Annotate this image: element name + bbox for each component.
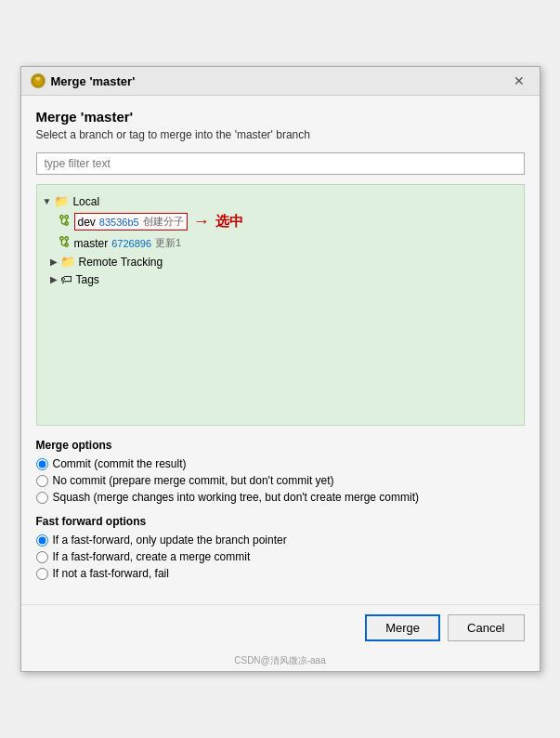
close-button[interactable]: ✕	[508, 72, 530, 89]
title-bar: Merge 'master' ✕	[21, 67, 540, 96]
dev-branch-icon	[58, 214, 71, 230]
ff-option-1[interactable]: If a fast-forward, only update the branc…	[36, 534, 525, 547]
dialog-content: Merge 'master' Select a branch or tag to…	[21, 96, 540, 604]
merge-radio-3[interactable]	[36, 492, 48, 504]
merge-options-section: Merge options Commit (commit the result)…	[36, 439, 525, 504]
ff-radio-3[interactable]	[36, 568, 48, 580]
dialog-title: Merge 'master'	[51, 74, 136, 88]
tags-item[interactable]: ▶ 🏷 Tags	[43, 270, 518, 288]
ff-option-1-label: If a fast-forward, only update the branc…	[53, 534, 287, 547]
merge-option-3[interactable]: Squash (merge changes into working tree,…	[36, 491, 525, 504]
folder-icon: 📁	[54, 194, 69, 208]
merge-option-2[interactable]: No commit (prepare merge commit, but don…	[36, 474, 525, 487]
dev-branch-item[interactable]: dev 83536b5 创建分子 → 选中	[43, 210, 518, 233]
svg-point-3	[64, 216, 68, 219]
filter-input[interactable]	[36, 152, 525, 175]
tags-chevron-icon: ▶	[50, 274, 58, 284]
merge-button[interactable]: Merge	[365, 614, 440, 641]
dev-branch-selected[interactable]: dev 83536b5 创建分子	[74, 213, 188, 231]
merge-radio-2[interactable]	[36, 475, 48, 487]
svg-point-8	[64, 237, 68, 241]
master-branch-hash: 6726896	[111, 238, 151, 249]
merge-option-3-label: Squash (merge changes into working tree,…	[53, 491, 419, 504]
local-label: Local	[72, 195, 99, 208]
tags-label: Tags	[76, 273, 99, 286]
remote-tracking-label: Remote Tracking	[79, 256, 163, 269]
watermark: CSDN@清风微凉-aaa	[21, 654, 540, 671]
ff-option-3[interactable]: If not a fast-forward, fail	[36, 567, 525, 580]
ff-option-2[interactable]: If a fast-forward, create a merge commit	[36, 550, 525, 563]
branch-tree: ▼ 📁 Local dev	[36, 184, 525, 426]
remote-chevron-icon: ▶	[50, 257, 58, 267]
master-branch-icon	[58, 235, 71, 251]
fast-forward-options-label: Fast forward options	[36, 515, 525, 528]
dev-branch-name: dev	[78, 216, 96, 229]
master-branch-item[interactable]: master 6726896 更新1	[43, 233, 518, 253]
merge-option-2-label: No commit (prepare merge commit, but don…	[53, 474, 334, 487]
merge-options-label: Merge options	[36, 439, 525, 452]
merge-option-1-label: Commit (commit the result)	[53, 457, 187, 470]
merge-dialog: Merge 'master' ✕ Merge 'master' Select a…	[20, 66, 540, 672]
master-branch-note: 更新1	[155, 236, 181, 250]
annotation-arrow: →	[193, 212, 210, 231]
svg-point-6	[59, 237, 63, 241]
ff-option-3-label: If not a fast-forward, fail	[53, 567, 169, 580]
fast-forward-options-section: Fast forward options If a fast-forward, …	[36, 515, 525, 580]
ff-radio-2[interactable]	[36, 551, 48, 563]
dialog-subtitle: Select a branch or tag to merge into the…	[36, 128, 525, 141]
merge-option-1[interactable]: Commit (commit the result)	[36, 457, 525, 470]
dev-branch-hash: 83536b5	[99, 217, 139, 228]
dialog-heading: Merge 'master'	[36, 109, 525, 125]
master-branch-name: master	[74, 237, 109, 250]
svg-point-1	[59, 216, 63, 219]
chevron-icon: ▼	[43, 196, 52, 206]
annotation-text: 选中	[215, 213, 243, 231]
remote-folder-icon: 📁	[60, 255, 75, 269]
ff-radio-1[interactable]	[36, 534, 48, 547]
cancel-button[interactable]: Cancel	[448, 614, 524, 641]
button-row: Merge Cancel	[21, 604, 540, 654]
merge-radio-1[interactable]	[36, 458, 48, 470]
dialog-icon	[31, 73, 46, 88]
local-group[interactable]: ▼ 📁 Local	[43, 192, 518, 210]
tags-folder-icon: 🏷	[60, 272, 72, 286]
ff-option-2-label: If a fast-forward, create a merge commit	[53, 550, 251, 563]
dev-branch-note: 创建分子	[143, 215, 184, 229]
title-bar-left: Merge 'master'	[31, 73, 136, 88]
remote-tracking-item[interactable]: ▶ 📁 Remote Tracking	[43, 253, 518, 270]
